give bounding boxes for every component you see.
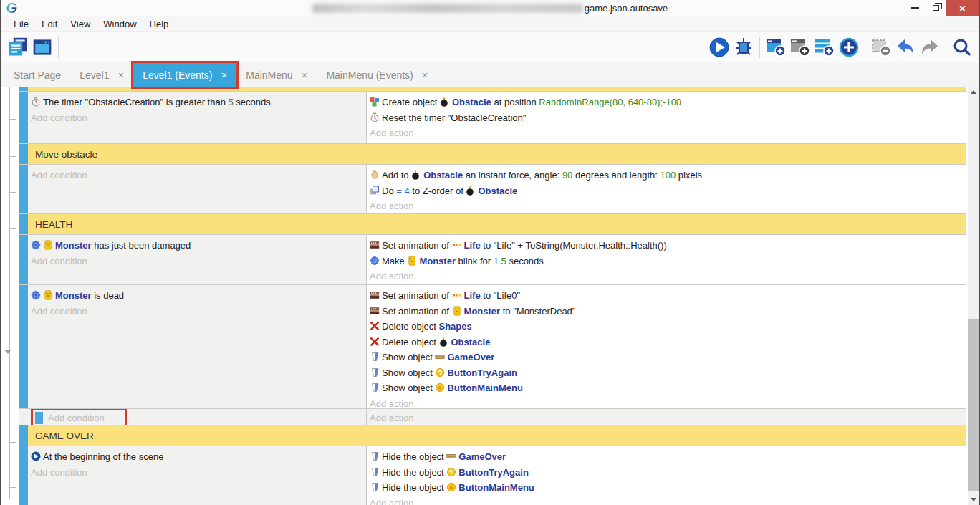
action-line-text: Life bbox=[464, 240, 481, 251]
action-line[interactable]: Make Monster blink for 1.5 seconds bbox=[370, 254, 965, 269]
menu-edit[interactable]: Edit bbox=[35, 16, 64, 32]
action-line[interactable]: Reset the timer "ObstacleCreation" bbox=[370, 110, 965, 126]
timer-icon bbox=[370, 112, 380, 122]
action-line[interactable]: Show object ButtonMainMenu bbox=[370, 380, 965, 396]
action-line[interactable]: Do = 4 to Z-order of Obstacle bbox=[370, 183, 965, 199]
add-condition-button[interactable]: Add condition bbox=[31, 110, 362, 126]
action-line[interactable]: Set animation of Life to "Life" + ToStri… bbox=[370, 238, 965, 254]
action-line[interactable]: Create object Obstacle at position Rando… bbox=[370, 95, 965, 110]
action-line[interactable]: Set animation of Monster to "MonsterDead… bbox=[370, 304, 965, 319]
comment-bar[interactable]: HEALTH bbox=[28, 214, 969, 234]
add-condition-button[interactable]: Add condition bbox=[31, 465, 362, 481]
action-line-text: Delete object bbox=[382, 337, 439, 347]
tab-bar: Start PageLevel1×Level1 (Events)×MainMen… bbox=[1, 63, 979, 87]
timer-icon bbox=[31, 97, 41, 107]
btntry-icon bbox=[435, 367, 445, 377]
event-handle[interactable] bbox=[19, 425, 28, 446]
action-line[interactable]: Add to Obstacle an instant force, angle:… bbox=[370, 168, 965, 183]
toolbar-scene-editor-button[interactable] bbox=[30, 35, 54, 59]
menu-view[interactable]: View bbox=[64, 16, 97, 32]
comment-bar[interactable] bbox=[28, 87, 969, 91]
tab-start-page[interactable]: Start Page bbox=[4, 63, 70, 87]
condition-line[interactable]: At the beginning of the scene bbox=[31, 449, 362, 465]
action-line-text: 100 bbox=[660, 170, 676, 181]
add-action-button[interactable]: Add action bbox=[370, 396, 965, 409]
tab-level1-events-[interactable]: Level1 (Events)× bbox=[133, 63, 236, 87]
tab-mainmenu-events-[interactable]: MainMenu (Events)× bbox=[317, 63, 437, 87]
condition-line[interactable]: Monster has just been damaged bbox=[31, 238, 362, 254]
action-line[interactable]: Hide the object GameOver bbox=[370, 449, 965, 465]
toolbar-project-manager-button[interactable] bbox=[6, 35, 30, 59]
event-handle[interactable] bbox=[19, 285, 28, 408]
tab-close-icon[interactable]: × bbox=[117, 70, 124, 80]
toolbar-add-subevent-button[interactable] bbox=[788, 35, 812, 59]
close-button[interactable]: × bbox=[946, 0, 979, 16]
tree-tick bbox=[9, 264, 16, 264]
add-action-button[interactable]: Add action bbox=[370, 125, 965, 141]
toolbar-search-button[interactable] bbox=[950, 35, 974, 59]
toolbar-undo-button[interactable] bbox=[893, 35, 918, 59]
tab-label: Level1 bbox=[80, 69, 109, 81]
action-line-text: an instant force, angle: bbox=[463, 170, 562, 181]
action-line[interactable]: Hide the object ButtonMainMenu bbox=[370, 480, 965, 496]
action-line[interactable]: Show object GameOver bbox=[370, 350, 965, 365]
action-line-text: degrees and length: bbox=[572, 170, 660, 181]
menu-help[interactable]: Help bbox=[143, 16, 176, 32]
menu-window[interactable]: Window bbox=[97, 16, 143, 32]
add-condition-button[interactable]: Add condition bbox=[31, 254, 362, 269]
action-line[interactable]: Set animation of Life to "Life0" bbox=[370, 288, 965, 304]
toolbar-redo-button[interactable] bbox=[918, 35, 942, 59]
toolbar-add-event-button[interactable] bbox=[764, 35, 788, 59]
add-action-button[interactable]: Add action bbox=[370, 410, 965, 425]
comment-bar[interactable]: GAME OVER bbox=[28, 425, 969, 446]
title-redacted bbox=[312, 4, 583, 13]
action-line[interactable]: Show object ButtonTryAgain bbox=[370, 365, 965, 381]
action-line-text: Monster bbox=[419, 256, 456, 266]
add-condition-button[interactable]: Add condition bbox=[31, 304, 362, 319]
action-line[interactable]: Delete object Obstacle bbox=[370, 335, 965, 350]
tab-close-icon[interactable]: × bbox=[302, 70, 308, 80]
comment-bar[interactable]: Move obstacle bbox=[28, 144, 969, 164]
toolbar-delete-event-button[interactable] bbox=[869, 35, 893, 59]
tree-collapse-arrow-icon[interactable] bbox=[4, 350, 11, 354]
toolbar-add-comment-button[interactable] bbox=[812, 35, 837, 59]
tab-level1[interactable]: Level1× bbox=[70, 63, 133, 87]
action-line-text: Obstacle bbox=[452, 97, 491, 107]
event-handle[interactable] bbox=[19, 87, 28, 91]
minimize-button[interactable] bbox=[905, 0, 926, 16]
vertical-scrollbar[interactable] bbox=[968, 87, 979, 505]
event-handle[interactable] bbox=[19, 92, 28, 143]
action-line-text: Life bbox=[464, 290, 481, 301]
scrollbar-thumb[interactable] bbox=[968, 319, 979, 491]
condition-line[interactable]: The timer "ObstacleCreation" is greater … bbox=[31, 95, 362, 110]
action-line[interactable]: Delete object Shapes bbox=[370, 319, 965, 335]
tab-close-icon[interactable]: × bbox=[221, 70, 227, 80]
event-handle[interactable] bbox=[35, 412, 43, 424]
event-handle[interactable] bbox=[19, 165, 28, 213]
condition-line[interactable]: Monster is dead bbox=[31, 288, 362, 304]
toolbar-play-button[interactable] bbox=[707, 35, 731, 59]
add-action-button[interactable]: Add action bbox=[370, 496, 965, 505]
tab-mainmenu[interactable]: MainMenu× bbox=[236, 63, 317, 87]
monster-icon bbox=[452, 306, 462, 316]
event-handle[interactable] bbox=[19, 446, 28, 505]
action-line-text: Obstacle bbox=[451, 337, 491, 347]
add-action-button[interactable]: Add action bbox=[370, 198, 965, 213]
tree-tick bbox=[9, 119, 16, 120]
add-condition-button[interactable]: Add condition bbox=[31, 168, 362, 183]
event-handle[interactable] bbox=[19, 214, 28, 234]
restore-button[interactable] bbox=[926, 0, 946, 16]
event-handle[interactable] bbox=[19, 235, 28, 284]
menu-file[interactable]: File bbox=[7, 16, 35, 32]
toolbar-debug-button[interactable] bbox=[731, 35, 756, 59]
add-condition-button[interactable]: Add condition bbox=[48, 410, 105, 425]
tab-close-icon[interactable]: × bbox=[422, 70, 428, 80]
toolbar-add-circle-button[interactable] bbox=[837, 35, 861, 59]
add-action-button[interactable]: Add action bbox=[370, 269, 965, 284]
behavior-icon bbox=[31, 290, 41, 300]
action-line[interactable]: Hide the object ButtonTryAgain bbox=[370, 465, 965, 481]
event-handle[interactable] bbox=[19, 144, 28, 164]
scrollbar-up-button[interactable] bbox=[968, 87, 979, 97]
behavior-icon bbox=[31, 240, 41, 250]
scrollbar-down-button[interactable] bbox=[968, 494, 979, 505]
